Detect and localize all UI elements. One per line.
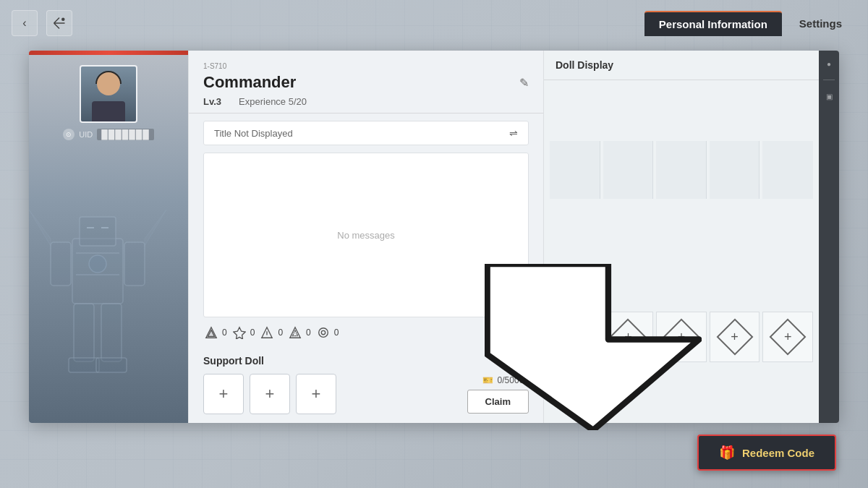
doll-slot-1[interactable]: + (603, 312, 654, 362)
svg-point-24 (321, 330, 325, 334)
edit-message-icon[interactable]: ✎ (512, 299, 521, 311)
stat-icon-4 (315, 325, 331, 341)
title-bar[interactable]: Title Not Displayed ⇌ (203, 121, 529, 145)
uid-icon: ⊙ (63, 129, 75, 140)
stat-icon-3 (287, 325, 303, 341)
level-exp-row: Lv.3 Experience 5/20 (203, 96, 529, 107)
stat-item-1: 0 (231, 325, 255, 341)
support-title-row: Support Doll ? (203, 354, 529, 368)
svg-rect-2 (80, 217, 116, 246)
exp-label: Experience 5/20 (239, 96, 307, 107)
uid-value: ███████ (97, 129, 154, 140)
svg-rect-8 (101, 304, 122, 361)
avatar-area: ⊙ UID ███████ (29, 51, 188, 149)
support-slots: + + + 🎫 0/50000 Claim (203, 374, 529, 414)
gift-icon: 🎁 (719, 445, 735, 461)
doll-grid: + + + + (544, 80, 819, 423)
tab-personal-info[interactable]: Personal Information (644, 11, 782, 36)
side-icon-circle[interactable]: ● (822, 56, 836, 71)
redeem-code-button[interactable]: 🎁 Redeem Code (697, 435, 836, 471)
support-slot-2[interactable]: + (296, 374, 336, 414)
title-text: Title Not Displayed (214, 128, 293, 139)
back-button[interactable]: ‹ (12, 10, 38, 36)
gold-row: 🎫 0/50000 (482, 375, 529, 385)
side-icon-badge[interactable]: ▣ (822, 89, 836, 103)
uid-row: ⊙ UID ███████ (63, 129, 153, 140)
svg-rect-10 (96, 358, 127, 372)
redeem-label: Redeem Code (742, 447, 814, 459)
edit-name-icon[interactable]: ✎ (519, 76, 529, 90)
level-label: Lv.3 (203, 96, 221, 107)
support-section: Support Doll ? + + + 🎫 0/50000 Claim (203, 354, 529, 414)
doll-slot-4-inner: + (772, 321, 804, 353)
stat-icon-0 (203, 325, 219, 341)
plus-sign-3: + (731, 330, 739, 345)
stat-value-4: 0 (334, 328, 339, 338)
doll-col-0 (550, 141, 600, 199)
support-slot-0[interactable]: + (203, 374, 244, 414)
side-panel: ● ▣ (819, 51, 839, 423)
doll-slot-1-inner: + (612, 321, 644, 353)
avatar-image (81, 67, 136, 121)
doll-slot-3-inner: + (719, 321, 751, 353)
svg-marker-14 (29, 210, 51, 246)
svg-point-0 (61, 18, 65, 22)
redeem-btn-container: 🎁 Redeem Code (697, 435, 836, 471)
left-section: ⊙ UID ███████ (29, 51, 188, 423)
stat-item-3: 0 (287, 325, 311, 341)
profile-header: 1-S710 Commander ✎ Lv.3 Experience 5/20 (189, 51, 543, 114)
top-nav-right: Personal Information Settings (644, 11, 856, 36)
plus-sign-0: + (571, 330, 579, 345)
support-right: 🎫 0/50000 Claim (467, 375, 529, 414)
mech-artwork (29, 152, 188, 423)
doll-col-3 (710, 141, 760, 199)
svg-point-23 (318, 328, 328, 338)
messages-area: No messages ✎ (203, 153, 529, 317)
svg-marker-18 (234, 328, 245, 339)
svg-rect-6 (124, 242, 145, 286)
doll-slot-0-inner: + (559, 321, 591, 353)
plus-sign-4: + (784, 330, 792, 345)
stat-icon-2 (259, 325, 275, 341)
stat-value-2: 0 (278, 328, 283, 338)
avatar-body (92, 101, 125, 121)
plus-sign-2: + (678, 330, 686, 345)
doll-slot-4[interactable]: + (762, 312, 813, 362)
claim-button[interactable]: Claim (467, 390, 529, 414)
svg-point-11 (89, 255, 106, 273)
top-nav-left: ‹ (12, 10, 72, 36)
doll-col-2 (656, 141, 707, 199)
doll-slot-3[interactable]: + (710, 312, 760, 362)
drive-button[interactable] (46, 10, 72, 36)
right-section: Doll Display + + (544, 51, 819, 423)
main-panel: ⊙ UID ███████ (29, 51, 839, 423)
avatar-head (97, 72, 120, 95)
support-title: Support Doll (203, 355, 264, 367)
stat-icon-1 (231, 325, 247, 341)
title-swap-icon: ⇌ (509, 127, 518, 139)
support-slot-1[interactable]: + (250, 374, 290, 414)
svg-rect-9 (69, 358, 99, 372)
tab-settings[interactable]: Settings (785, 12, 856, 35)
top-bar: ‹ Personal Information Settings (0, 0, 868, 46)
no-messages-text: No messages (337, 230, 394, 241)
uid-label: UID (79, 130, 93, 139)
commander-name: Commander (203, 73, 296, 92)
stat-value-3: 0 (306, 328, 311, 338)
doll-slot-2[interactable]: + (656, 312, 707, 362)
avatar-frame[interactable] (80, 65, 137, 123)
stat-value-0: 0 (222, 328, 227, 338)
doll-slot-2-inner: + (665, 321, 697, 353)
doll-col-1 (603, 141, 654, 199)
help-button[interactable]: ? (514, 354, 529, 368)
stat-value-1: 0 (250, 328, 255, 338)
doll-slot-0[interactable]: + (550, 312, 600, 362)
commander-row: Commander ✎ (203, 73, 529, 92)
stat-item-2: 0 (259, 325, 283, 341)
stat-item-0: 0 (203, 325, 227, 341)
svg-rect-5 (51, 242, 71, 286)
gold-icon: 🎫 (482, 375, 493, 385)
profile-id-row: 1-S710 (203, 62, 529, 70)
side-divider (823, 80, 835, 80)
stats-row: 0 0 0 (203, 325, 529, 341)
